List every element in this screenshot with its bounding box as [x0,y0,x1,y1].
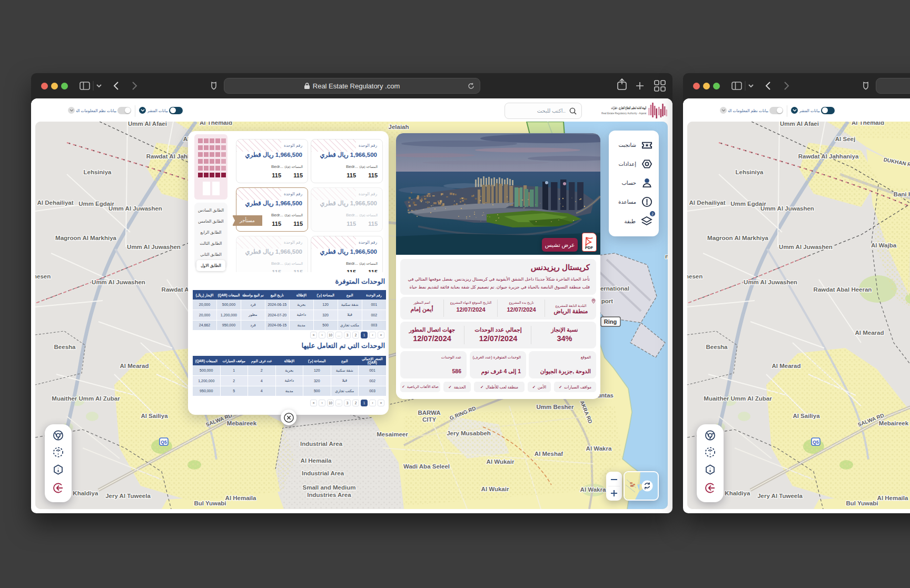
svg-text:PDF: PDF [585,245,593,250]
